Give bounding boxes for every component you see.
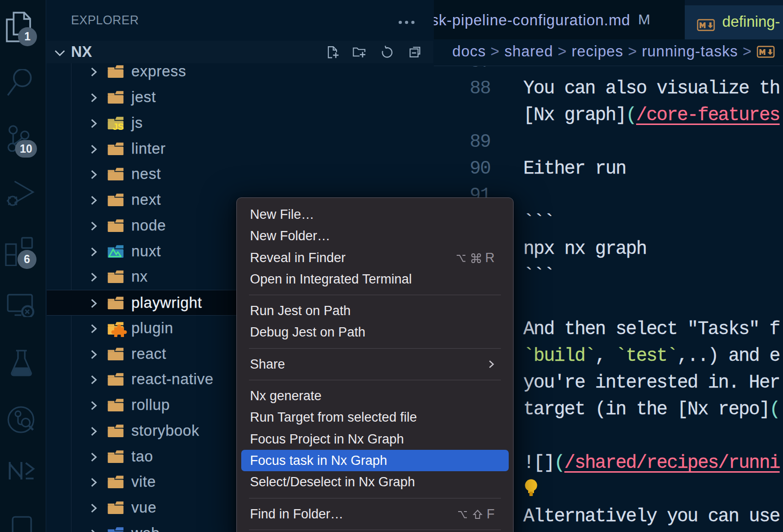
svg-text:JS: JS [113,122,124,132]
